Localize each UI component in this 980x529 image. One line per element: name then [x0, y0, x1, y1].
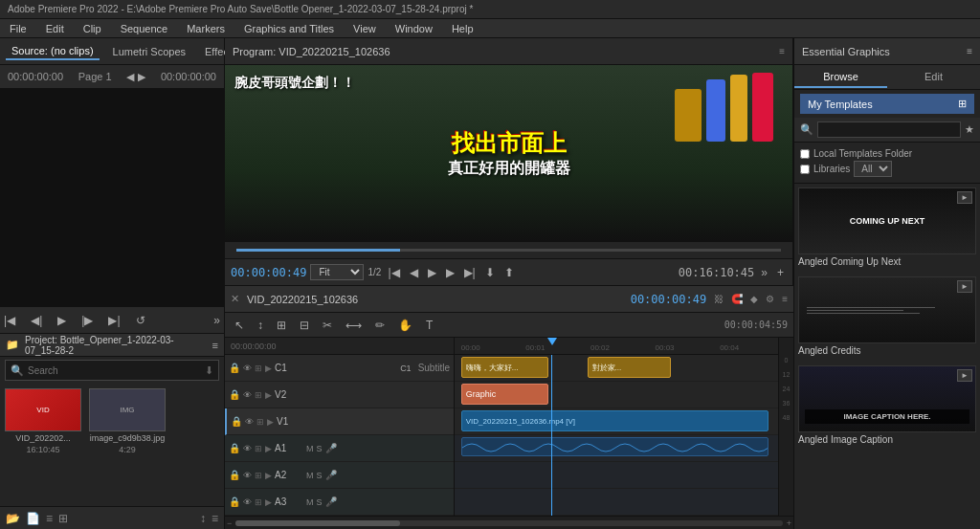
- eg-tab-browse[interactable]: Browse: [794, 67, 887, 88]
- source-step-fwd-btn[interactable]: |▶: [78, 312, 97, 329]
- clip-graphic[interactable]: Graphic: [461, 384, 548, 405]
- time-ruler-bar[interactable]: 00:00 00:01 00:02 00:03 00:04: [455, 338, 778, 355]
- source-nav-left-icon[interactable]: ◀: [126, 71, 134, 83]
- tool-select[interactable]: ↖: [231, 317, 248, 334]
- track-v2-arrow-icon[interactable]: ▶: [265, 390, 272, 400]
- project-sort-icon[interactable]: ↕: [200, 512, 206, 525]
- timeline-link-icon[interactable]: ⛓: [714, 294, 724, 304]
- track-a1-solo-btn[interactable]: S: [317, 444, 323, 453]
- track-a1-lock-icon[interactable]: 🔒: [229, 443, 240, 453]
- track-a2-mute-btn[interactable]: M: [306, 471, 314, 480]
- libraries-checkbox[interactable]: [800, 165, 810, 174]
- track-a2-lock-icon[interactable]: 🔒: [229, 470, 240, 480]
- source-to-start-btn[interactable]: |◀: [0, 312, 19, 329]
- tool-ripple[interactable]: ⊞: [273, 317, 290, 334]
- track-a2-visibility-icon[interactable]: 👁: [243, 471, 252, 480]
- my-templates-button[interactable]: My Templates ⊞: [800, 94, 974, 114]
- tool-slip[interactable]: ⟷: [342, 317, 366, 334]
- program-insert-btn[interactable]: ⬇: [482, 264, 498, 281]
- clip-subtitle-2[interactable]: 對於家...: [588, 357, 672, 378]
- project-list-view-icon[interactable]: ≡: [46, 512, 53, 525]
- template-angled-coming-up-next[interactable]: COMING UP NEXT ► Angled Coming Up Next: [798, 187, 976, 269]
- source-play-btn[interactable]: ▶: [54, 312, 70, 329]
- tool-razor[interactable]: ✂: [319, 317, 336, 334]
- zoom-out-icon[interactable]: −: [227, 518, 232, 528]
- track-c1-content[interactable]: 嗨嗨，大家好... 對於家...: [455, 355, 778, 382]
- track-a3-solo-btn[interactable]: S: [317, 497, 323, 507]
- tab-source[interactable]: Source: (no clips): [6, 43, 100, 60]
- track-a1-visibility-icon[interactable]: 👁: [243, 444, 252, 453]
- track-a3-lock-icon[interactable]: 🔒: [229, 496, 240, 507]
- tool-pen[interactable]: ✏: [371, 317, 389, 334]
- track-a1-mute-btn[interactable]: M: [306, 444, 314, 453]
- track-a3-mic-icon[interactable]: 🎤: [325, 496, 337, 507]
- program-to-start-btn[interactable]: |◀: [385, 264, 402, 281]
- tool-track-select[interactable]: ↕: [254, 317, 267, 334]
- timeline-magnet-icon[interactable]: 🧲: [731, 294, 743, 304]
- program-progress-bar[interactable]: [225, 241, 792, 258]
- timeline-hscroll[interactable]: − +: [225, 516, 793, 529]
- source-to-end-btn[interactable]: ▶|: [104, 312, 123, 329]
- source-loop-btn[interactable]: ↺: [132, 312, 149, 329]
- clip-subtitle-1[interactable]: 嗨嗨，大家好...: [461, 357, 548, 378]
- timeline-settings-icon[interactable]: ⚙: [766, 294, 774, 304]
- track-v1-visibility-icon[interactable]: 👁: [245, 417, 254, 427]
- project-search-input[interactable]: [28, 365, 201, 376]
- eg-star-icon[interactable]: ★: [965, 123, 974, 136]
- track-a2-arrow-icon[interactable]: ▶: [265, 471, 272, 480]
- menu-markers[interactable]: Markers: [183, 21, 229, 36]
- timeline-marker-icon[interactable]: ◆: [750, 294, 758, 304]
- menu-edit[interactable]: Edit: [42, 21, 68, 36]
- menu-help[interactable]: Help: [448, 21, 478, 36]
- project-new-item-icon[interactable]: 📄: [26, 512, 40, 525]
- timeline-close-icon[interactable]: ✕: [231, 293, 239, 305]
- tool-roll[interactable]: ⊟: [296, 317, 313, 334]
- track-v2-content[interactable]: Graphic: [455, 382, 778, 408]
- eg-panel-menu-icon[interactable]: ≡: [967, 46, 972, 56]
- track-c1-arrow-icon[interactable]: ▶: [265, 364, 272, 373]
- track-a1-content[interactable]: [455, 435, 778, 462]
- eg-tab-edit[interactable]: Edit: [887, 67, 980, 88]
- track-a1-sync-icon[interactable]: ⊞: [255, 444, 262, 453]
- track-a3-mute-btn[interactable]: M: [306, 497, 314, 507]
- menu-file[interactable]: File: [6, 21, 31, 36]
- track-a2-solo-btn[interactable]: S: [317, 471, 323, 480]
- track-v2-sync-icon[interactable]: ⊞: [255, 390, 262, 400]
- program-export-btn[interactable]: ⬆: [501, 264, 517, 281]
- menu-window[interactable]: Window: [391, 21, 436, 36]
- menu-sequence[interactable]: Sequence: [117, 21, 172, 36]
- track-a2-content[interactable]: [455, 462, 778, 489]
- track-v1-content[interactable]: VID_20220215_102636.mp4 [V]: [455, 408, 778, 435]
- program-play-btn[interactable]: ▶: [425, 264, 439, 281]
- project-menu-icon[interactable]: ≡: [212, 512, 218, 525]
- menu-view[interactable]: View: [349, 21, 380, 36]
- libraries-select[interactable]: All: [854, 161, 892, 177]
- program-step-fwd-btn[interactable]: ▶: [443, 264, 457, 281]
- asset-image[interactable]: IMG image_c9d9b38.jpg 4:29: [89, 388, 166, 501]
- track-v1-arrow-icon[interactable]: ▶: [267, 417, 274, 427]
- asset-video[interactable]: VID VID_202202... 16:10:45: [5, 388, 81, 501]
- track-a2-mic-icon[interactable]: 🎤: [325, 470, 337, 480]
- template-angled-image-caption[interactable]: IMAGE CAPTION HERE. ► Angled Image Capti…: [798, 365, 976, 447]
- source-step-back-btn[interactable]: ◀|: [27, 312, 46, 329]
- track-v1-sync-icon[interactable]: ⊞: [256, 417, 264, 427]
- local-templates-checkbox[interactable]: [800, 149, 810, 159]
- track-c1-lock-icon[interactable]: 🔒: [229, 363, 240, 373]
- program-scrubber[interactable]: [236, 249, 781, 252]
- track-a3-content[interactable]: [455, 489, 778, 516]
- track-a3-arrow-icon[interactable]: ▶: [265, 497, 272, 507]
- program-add-btn[interactable]: +: [774, 264, 787, 281]
- program-fit-selector[interactable]: Fit 25% 50% 100%: [310, 264, 364, 280]
- project-new-bin-icon[interactable]: 📂: [6, 512, 20, 525]
- project-panel-menu[interactable]: ≡: [212, 340, 218, 351]
- eg-search-input[interactable]: [817, 121, 961, 138]
- program-to-end-btn[interactable]: ▶|: [461, 264, 479, 281]
- source-more-btn[interactable]: »: [210, 312, 224, 329]
- clip-video-main[interactable]: VID_20220215_102636.mp4 [V]: [461, 410, 768, 431]
- track-v2-lock-icon[interactable]: 🔒: [229, 389, 240, 400]
- track-v2-visibility-icon[interactable]: 👁: [243, 390, 252, 400]
- template-angled-credits[interactable]: ► Angled Credits: [798, 276, 976, 358]
- timeline-more-icon[interactable]: ≡: [782, 294, 788, 304]
- tool-hand[interactable]: ✋: [394, 317, 416, 334]
- zoom-in-icon[interactable]: +: [787, 518, 791, 528]
